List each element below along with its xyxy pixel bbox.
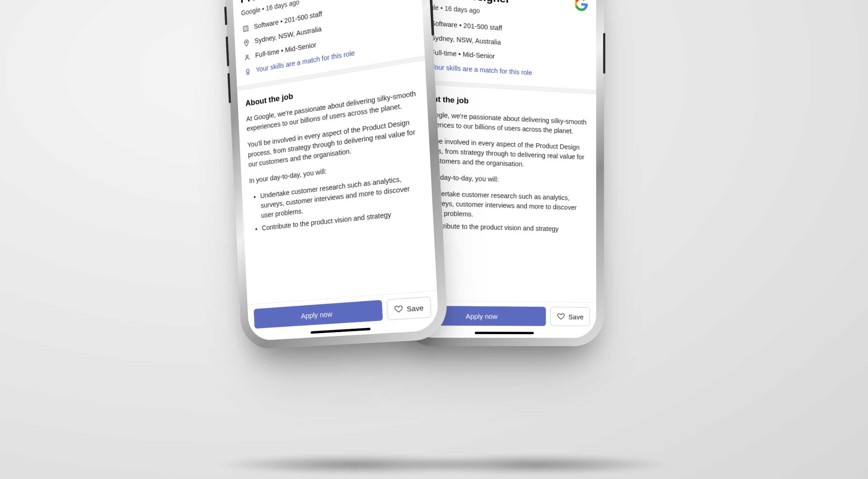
about-p1: At Google, we're passionate about delive… — [417, 109, 588, 137]
mute-switch — [224, 6, 227, 25]
job-content[interactable]: Product Designer Google • 16 days ago So… — [232, 0, 439, 341]
heart-icon — [394, 304, 403, 314]
phone-device: 9:41 Product Designer — [224, 0, 446, 348]
volume-up — [226, 36, 229, 66]
save-button[interactable]: Save — [386, 297, 431, 320]
svg-rect-5 — [243, 26, 248, 31]
apply-label: Apply now — [466, 312, 497, 320]
apply-label: Apply now — [301, 309, 333, 320]
svg-point-6 — [246, 41, 247, 43]
save-button[interactable]: Save — [550, 307, 590, 326]
home-indicator[interactable] — [475, 332, 534, 334]
award-icon — [244, 67, 252, 77]
about-p2: You'll be involved in every aspect of th… — [417, 136, 588, 172]
mockup-stage: 9:41 Product Designer — [0, 0, 868, 479]
list-item: Contribute to the product vision and str… — [429, 221, 588, 235]
about-bullets: Undertake customer research such as anal… — [417, 188, 588, 235]
heart-icon — [557, 312, 565, 321]
about-p3: In your day-to-day, you will: — [417, 172, 588, 187]
save-label: Save — [407, 303, 424, 313]
meta-industry-text: Software • 201-500 staff — [431, 19, 502, 33]
company-logo — [574, 0, 588, 12]
location-icon — [243, 38, 251, 48]
meta-type-text: Full-time • Mid-Senior — [431, 48, 495, 61]
apply-button[interactable]: Apply now — [254, 300, 382, 329]
building-icon — [242, 24, 250, 33]
meta-match-text: Your skills are a match for this role — [431, 62, 532, 78]
person-icon — [243, 53, 251, 62]
save-label: Save — [568, 312, 583, 320]
meta-location-text: Sydney, NSW, Australia — [431, 33, 501, 48]
svg-point-7 — [246, 55, 248, 58]
job-meta: Software • 201-500 staff Sydney, NSW, Au… — [417, 18, 588, 82]
phone-screen: 9:41 Product Designer — [230, 0, 439, 341]
side-button — [603, 33, 606, 73]
volume-down — [227, 73, 231, 103]
section-divider — [409, 79, 596, 94]
phone-shadow — [399, 455, 670, 475]
list-item: Undertake customer research such as anal… — [429, 188, 588, 222]
